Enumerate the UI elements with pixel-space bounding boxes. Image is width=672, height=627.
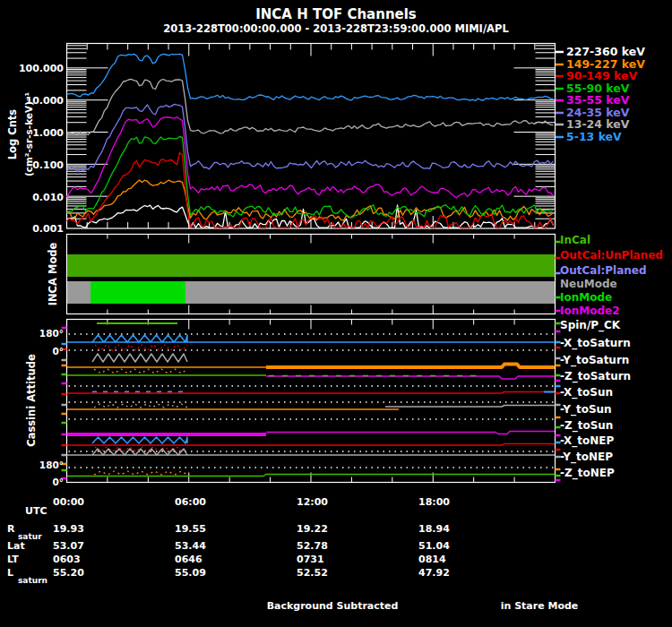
spectra-trace-24-35keV xyxy=(67,104,554,171)
attitude-legend-item-3: -Z_toSaturn xyxy=(560,371,631,382)
mode-panel-label: INCA Mode xyxy=(48,243,59,306)
xtick-label-3: 18:00 xyxy=(418,497,450,507)
table-cell-r2c3: 0814 xyxy=(418,554,446,564)
table-cell-r1c0: 53.07 xyxy=(53,541,84,551)
attitude-trace-X_toSun xyxy=(67,392,555,394)
spectra-legend-item-6: 13-24 keV xyxy=(566,119,629,131)
mode-legend-item-1: OutCal:UnPlaned xyxy=(560,250,663,261)
attitude-zigzag-Y_toSaturn xyxy=(92,354,187,362)
spectra-trace-90-149keV xyxy=(67,152,554,228)
attitude-ytick-2: 180° xyxy=(39,460,64,470)
table-row-label-3: L xyxy=(7,568,13,578)
spectra-trace-55-90keV xyxy=(67,137,554,219)
table-row-label-0: R xyxy=(7,524,14,534)
attitude-legend-item-9: -Z_toNEP xyxy=(560,468,615,478)
subtitle-timerange: 2013-228T00:00:00.000 - 2013-228T23:59:0… xyxy=(163,24,509,35)
inca-tof-chart: INCA H TOF Channels 2013-228T00:00:00.00… xyxy=(0,0,672,627)
attitude-zigzag-Y_toSun xyxy=(94,404,187,408)
footer-stare-mode: in Stare Mode xyxy=(501,601,579,611)
spectra-legend-item-2: 90-149 keV xyxy=(566,71,637,82)
spectra-trace-13-24keV xyxy=(67,79,554,134)
table-cell-r0c2: 19.22 xyxy=(297,524,328,534)
attitude-legend-item-0: Spin/P_CK xyxy=(560,320,620,331)
y-axis-title: Log Cnts xyxy=(8,109,19,159)
spectra-legend-item-7: 5-13 keV xyxy=(566,132,622,143)
attitude-zigzag-X_toSaturn xyxy=(92,335,187,342)
ytick-label-3: 0.100 xyxy=(32,160,64,170)
table-cell-r1c1: 53.44 xyxy=(175,541,206,551)
attitude-zigzag-Z_toNEP xyxy=(94,471,187,475)
table-cell-r0c3: 18.94 xyxy=(418,524,450,534)
attitude-legend-item-6: -Z_toSun xyxy=(560,420,613,431)
table-cell-r3c0: 55.20 xyxy=(53,568,84,578)
mode-legend-item-4: IonMode xyxy=(560,292,612,303)
mode-legend-item-5: IonMode2 xyxy=(560,305,620,316)
attitude-legend-item-1: -X_toSaturn xyxy=(560,338,631,348)
attitude-trace-Z_toSaturn xyxy=(266,365,555,368)
table-cell-r1c2: 52.78 xyxy=(297,541,328,551)
attitude-zigzag-Z_toSaturn xyxy=(94,369,187,374)
table-cell-r2c2: 0731 xyxy=(297,554,324,564)
spectra-panel-frame xyxy=(67,44,556,229)
attitude-trace-Z_toSaturn xyxy=(266,376,555,379)
ytick-label-4: 0.010 xyxy=(32,192,64,202)
attitude-ytick-1: 0° xyxy=(52,347,64,356)
attitude-legend-item-2: -Y_toSaturn xyxy=(560,355,629,365)
table-cell-r3c1: 55.09 xyxy=(175,568,206,578)
page-title: INCA H TOF Channels xyxy=(255,8,417,21)
attitude-panel-label: Cassini Attitude xyxy=(27,354,38,447)
table-cell-r3c3: 47.92 xyxy=(418,568,450,578)
ytick-label-2: 1.000 xyxy=(32,128,64,138)
attitude-zigzag-X_toSaturn xyxy=(95,345,187,350)
attitude-zigzag-X_toNEP xyxy=(92,437,187,443)
ytick-label-0: 100.000 xyxy=(19,64,64,73)
table-row-label-2: LT xyxy=(7,554,19,564)
table-cell-r0c1: 19.55 xyxy=(175,524,206,534)
table-cell-r2c0: 0603 xyxy=(53,554,81,564)
attitude-legend-item-4: -X_toSun xyxy=(560,387,613,398)
mode-legend-item-0: InCal xyxy=(560,235,590,245)
table-cell-r1c3: 51.04 xyxy=(418,541,450,551)
xtick-label-2: 12:00 xyxy=(297,497,328,507)
mode-bar-2 xyxy=(90,281,185,304)
attitude-panel-frame xyxy=(67,320,556,483)
attitude-legend-item-8: -Y_toNEP xyxy=(560,451,613,462)
table-cell-r3c2: 52.52 xyxy=(297,568,328,578)
attitude-legend-item-5: -Y_toSun xyxy=(560,404,612,415)
mode-legend-item-2: OutCal:Planed xyxy=(560,265,647,276)
spectra-legend-item-0: 227-360 keV xyxy=(566,47,645,58)
attitude-trace-Z_toSun xyxy=(266,432,555,434)
mode-legend-item-3: NeuMode xyxy=(560,279,617,289)
xtick-label-1: 06:00 xyxy=(175,497,206,507)
mode-bar-0 xyxy=(67,254,555,277)
attitude-ytick-0: 180° xyxy=(39,329,64,339)
xtick-label-0: 00:00 xyxy=(53,497,84,507)
table-cell-r2c1: 0646 xyxy=(175,554,202,564)
ytick-label-5: 0.001 xyxy=(32,224,64,234)
table-row-label-1: Lat xyxy=(7,541,25,551)
attitude-ytick-3: 0° xyxy=(52,477,64,487)
footer-background-subtracted: Background Subtracted xyxy=(267,601,399,611)
table-cell-r0c0: 19.93 xyxy=(53,524,84,534)
attitude-legend-item-7: -X_toNEP xyxy=(560,435,614,446)
attitude-trace-X_toNEP xyxy=(67,444,555,446)
table-row-sublabel-3: saturn xyxy=(18,577,47,585)
spectra-legend-item-4: 35-55 keV xyxy=(566,95,629,107)
ytick-label-1: 10.000 xyxy=(26,96,64,106)
spectra-trace-5-13keV xyxy=(67,54,554,100)
utc-row-label: UTC xyxy=(25,506,47,516)
attitude-trace-Y_toSun xyxy=(385,406,555,408)
